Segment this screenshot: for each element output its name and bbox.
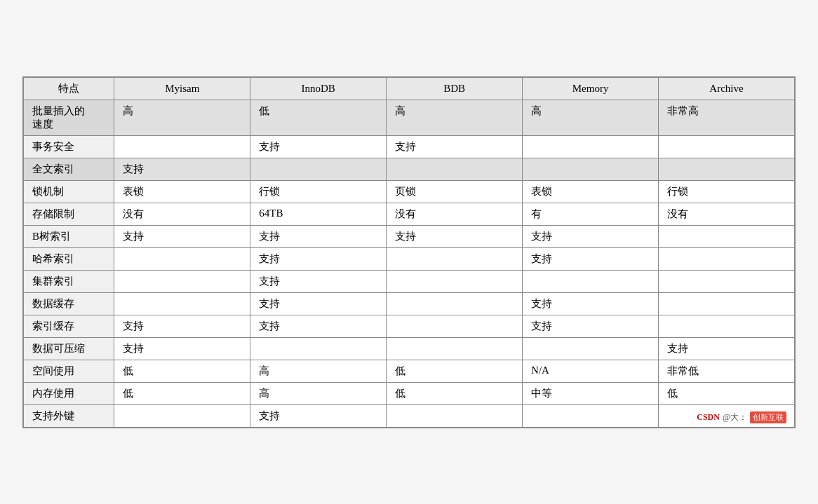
cell-2-2	[250, 158, 387, 180]
cell-13-3	[387, 404, 523, 427]
cell-7-3	[387, 270, 523, 292]
cell-12-1: 低	[114, 382, 250, 404]
cell-8-5	[659, 292, 795, 315]
watermark: CSDN @大： 创新互联	[697, 411, 786, 423]
cell-9-5	[659, 315, 795, 337]
cell-10-2	[250, 337, 387, 360]
cell-12-5: 低	[659, 382, 795, 404]
table-row: 哈希索引支持支持	[24, 247, 795, 270]
cell-5-4: 支持	[523, 225, 659, 247]
cell-2-4	[523, 158, 659, 180]
cell-3-3: 页锁	[387, 180, 523, 203]
cell-8-3	[387, 292, 523, 315]
cell-1-3: 支持	[387, 135, 523, 158]
cell-1-4	[523, 135, 659, 158]
table-row: 数据可压缩支持支持	[24, 337, 795, 360]
cell-11-2: 高	[250, 360, 387, 382]
cell-13-2: 支持	[250, 404, 387, 427]
cell-10-5: 支持	[659, 337, 795, 360]
table-row: 事务安全支持支持	[24, 135, 795, 158]
table-row: 索引缓存支持支持支持	[24, 315, 795, 337]
cell-4-5: 没有	[659, 203, 795, 225]
cell-9-2: 支持	[250, 315, 387, 337]
cell-5-3: 支持	[387, 225, 523, 247]
cell-7-0: 集群索引	[24, 270, 114, 292]
cell-5-2: 支持	[250, 225, 387, 247]
cell-11-3: 低	[387, 360, 523, 382]
cell-0-3: 高	[387, 100, 523, 135]
cell-1-2: 支持	[250, 135, 387, 158]
cell-1-5	[659, 135, 795, 158]
table-row: 数据缓存支持支持	[24, 292, 795, 315]
cell-12-0: 内存使用	[24, 382, 114, 404]
cell-5-0: B树索引	[24, 225, 114, 247]
table-row: 存储限制没有64TB没有有没有	[24, 203, 795, 225]
watermark-at: @大：	[723, 411, 747, 423]
page-wrapper: 特点MyisamInnoDBBDBMemoryArchive 批量插入的速度高低…	[0, 0, 818, 504]
table-row: B树索引支持支持支持支持	[24, 225, 795, 247]
cell-4-4: 有	[523, 203, 659, 225]
header-col-1: Myisam	[114, 77, 250, 100]
cell-11-1: 低	[114, 360, 250, 382]
cell-10-4	[523, 337, 659, 360]
cell-8-2: 支持	[250, 292, 387, 315]
cell-6-2: 支持	[250, 247, 387, 270]
watermark-brand: 创新互联	[750, 411, 786, 423]
cell-10-1: 支持	[114, 337, 250, 360]
cell-0-4: 高	[523, 100, 659, 135]
cell-4-2: 64TB	[250, 203, 387, 225]
cell-10-0: 数据可压缩	[24, 337, 114, 360]
table-row: 空间使用低高低N/A非常低	[24, 360, 795, 382]
header-col-5: Archive	[659, 77, 795, 100]
cell-13-1	[114, 404, 250, 427]
cell-6-3	[387, 247, 523, 270]
header-col-0: 特点	[24, 77, 114, 100]
cell-12-2: 高	[250, 382, 387, 404]
cell-2-0: 全文索引	[24, 158, 114, 180]
cell-8-0: 数据缓存	[24, 292, 114, 315]
cell-3-4: 表锁	[523, 180, 659, 203]
table-row: 全文索引支持	[24, 158, 795, 180]
cell-6-5	[659, 247, 795, 270]
cell-8-4: 支持	[523, 292, 659, 315]
cell-6-4: 支持	[523, 247, 659, 270]
cell-4-0: 存储限制	[24, 203, 114, 225]
cell-3-2: 行锁	[250, 180, 387, 203]
cell-3-0: 锁机制	[24, 180, 114, 203]
cell-0-0: 批量插入的速度	[24, 100, 114, 135]
cell-5-1: 支持	[114, 225, 250, 247]
cell-13-0: 支持外键	[24, 404, 114, 427]
cell-9-3	[387, 315, 523, 337]
table-header-row: 特点MyisamInnoDBBDBMemoryArchive	[24, 77, 795, 100]
cell-10-3	[387, 337, 523, 360]
header-col-3: BDB	[387, 77, 523, 100]
cell-9-1: 支持	[114, 315, 250, 337]
cell-7-2: 支持	[250, 270, 387, 292]
cell-5-5	[659, 225, 795, 247]
header-col-4: Memory	[523, 77, 659, 100]
table-row: 批量插入的速度高低高高非常高	[24, 100, 795, 135]
cell-7-4	[523, 270, 659, 292]
cell-8-1	[114, 292, 250, 315]
cell-11-0: 空间使用	[24, 360, 114, 382]
cell-13-4	[523, 404, 659, 427]
cell-3-5: 行锁	[659, 180, 795, 203]
cell-12-3: 低	[387, 382, 523, 404]
cell-3-1: 表锁	[114, 180, 250, 203]
cell-2-1: 支持	[114, 158, 250, 180]
cell-11-5: 非常低	[659, 360, 795, 382]
cell-6-0: 哈希索引	[24, 247, 114, 270]
cell-2-5	[659, 158, 795, 180]
cell-2-3	[387, 158, 523, 180]
table-row: 支持外键支持	[24, 404, 795, 427]
cell-7-1	[114, 270, 250, 292]
cell-0-5: 非常高	[659, 100, 795, 135]
cell-9-0: 索引缓存	[24, 315, 114, 337]
table-row: 集群索引支持	[24, 270, 795, 292]
watermark-csdn: CSDN	[697, 412, 720, 423]
table-row: 锁机制表锁行锁页锁表锁行锁	[24, 180, 795, 203]
table-row: 内存使用低高低中等低	[24, 382, 795, 404]
cell-0-1: 高	[114, 100, 250, 135]
header-col-2: InnoDB	[250, 77, 387, 100]
cell-0-2: 低	[250, 100, 387, 135]
